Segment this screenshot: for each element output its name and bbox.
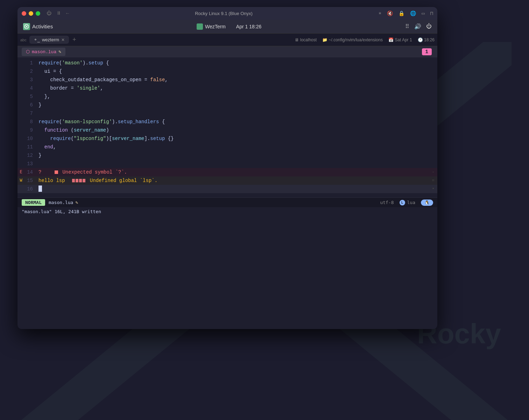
path-info: 📁 ~/.config/nvim/lua/extensions [322,37,383,42]
gnome-top-bar: Activities WezTerm Apr 1 18:26 ⠿ 🔊 ⏻ [17,20,437,34]
line-content-9: function (server_name) [38,126,437,134]
line-content-8: require('mason-lspconfig').setup_handler… [38,118,437,126]
gnome-center-area: WezTerm Apr 1 18:26 [53,23,405,30]
code-line-5: 5 }, [17,92,437,101]
code-line-9: 9 function (server_name) [17,126,437,134]
nvim-file-tab[interactable]: ⬡ mason.lua ✎ [22,48,65,56]
nvim-filename: mason.lua [32,49,56,55]
line-number-15: 15 [24,177,38,184]
wezterm-icon [197,23,203,30]
line-content-1: require('mason').setup { [38,59,437,67]
gnome-system-tray: ⠿ 🔊 ⏻ [405,23,432,30]
status-edit-icon: ✎ [75,200,78,205]
title-bar-controls: ⏻ ⏸ ← [47,10,69,16]
warning-indicator-15: W [17,177,24,184]
vim-message-bar: "mason.lua" 16L, 241B written [17,207,437,216]
abc-label: abc [20,38,27,42]
line-content-6: } [38,101,437,109]
pause-icon[interactable]: ⏸ [56,10,61,16]
line-content-14: ? Unexpected symbol `?`. [38,168,432,176]
error-icon-14 [55,170,58,174]
file-encoding: utf-8 [380,200,394,205]
tab-name: wezterm [42,37,59,42]
cursor-block [38,186,42,192]
error-end-14: - [432,168,437,176]
time-label: 18:26 [424,37,435,42]
monitor-icon: 🖥 [295,37,299,42]
network-icon[interactable]: 🌐 [410,10,416,16]
minimize-button[interactable] [29,11,33,16]
maximize-button[interactable] [36,11,40,16]
power-icon[interactable]: ⏻ [47,10,51,16]
date-label: Sat Apr 1 [395,37,412,42]
rocky-logo-icon [23,23,30,30]
macos-title-bar: ⏻ ⏸ ← Rocky Linux 9.1 (Blue Onyx) ☀ 🔇 🔒 … [17,7,437,20]
close-button[interactable] [22,11,26,16]
code-line-4: 4 border = 'single', [17,84,437,92]
code-line-11: 11 end, [17,143,437,151]
line-number-7: 7 [24,110,38,117]
display-icon[interactable]: ▭ [422,10,424,16]
code-line-16: 16 • [17,185,437,193]
code-editor[interactable]: 1 require('mason').setup { 2 ui = { 3 ch… [17,57,437,197]
line-content-12: } [38,152,437,159]
volume-icon[interactable]: 🔊 [414,23,421,30]
line-number-9: 9 [24,126,38,134]
warning-blocks-15 [72,179,85,182]
close-icon[interactable]: ⊓ [430,10,433,16]
gnome-clock[interactable]: Apr 1 18:26 [236,24,261,29]
wezterm-tab[interactable]: ⚬_ wezterm ✕ [29,36,69,44]
branch-indicator: 🐧 [421,200,433,206]
clock-icon: 🕐 [418,37,423,42]
code-line-1: 1 require('mason').setup { [17,59,437,67]
line-content-15: hello lsp Undefined global `lsp`. [38,177,432,184]
line-number-13: 13 [24,160,38,168]
file-language: L lua [400,200,415,205]
back-icon[interactable]: ← [66,10,69,16]
lua-lang-icon: L [400,200,405,205]
brightness-icon[interactable]: ☀ [379,10,381,16]
date-info: 📅 Sat Apr 1 [388,37,412,42]
code-line-7: 7 [17,109,437,118]
line-number-12: 12 [24,152,38,159]
power-menu-icon[interactable]: ⏻ [426,23,432,30]
shell-icon: ⚬_ [34,37,40,42]
error-indicator-14: E [17,168,24,176]
status-filename: mason.lua [49,200,73,205]
wezterm-app-button[interactable]: WezTerm [197,23,226,30]
language-label: lua [407,200,415,205]
line-content-10: require("lspconfig")[server_name].setup … [38,135,437,142]
activities-button[interactable]: Activities [23,23,53,30]
empty-tilde-area [17,193,437,196]
activities-label: Activities [32,23,53,29]
line-end-16: • [432,185,437,193]
branch-icon: 🐧 [424,200,430,205]
line-content-3: check_outdated_packages_on_open = false, [38,76,437,84]
line-content-2: ui = { [38,68,437,75]
line-number-14: 14 [24,168,38,176]
status-right: utf-8 L lua 🐧 [380,200,433,206]
time-info: 🕐 18:26 [418,37,435,42]
buffer-number: 1 [422,48,432,55]
host-label: localhost [300,37,317,42]
line-number-11: 11 [24,143,38,151]
line-number-16: 16 [24,185,38,193]
code-line-12: 12 } [17,151,437,160]
vim-message: "mason.lua" 16L, 241B written [22,209,101,214]
line-content-5: }, [38,93,437,100]
desktop: Rocky ⏻ ⏸ ← Rocky Linux 9.1 (Blue Onyx) … [0,0,529,420]
code-line-3: 3 check_outdated_packages_on_open = fals… [17,76,437,84]
tab-close-button[interactable]: ✕ [61,37,65,42]
grid-icon[interactable]: ⠿ [405,23,409,30]
line-number-2: 2 [24,68,38,75]
wezterm-label: WezTerm [205,24,226,29]
audio-icon[interactable]: 🔇 [387,10,393,16]
code-line-10: 10 require("lspconfig")[server_name].set… [17,134,437,143]
vim-mode: NORMAL [22,199,45,206]
host-info: 🖥 localhost [295,37,317,42]
code-line-6: 6 } [17,101,437,109]
line-number-1: 1 [24,59,38,67]
add-tab-button[interactable]: + [70,36,78,43]
nvim-file-header: ⬡ mason.lua ✎ 1 [17,46,437,57]
lock-icon[interactable]: 🔒 [398,10,404,16]
